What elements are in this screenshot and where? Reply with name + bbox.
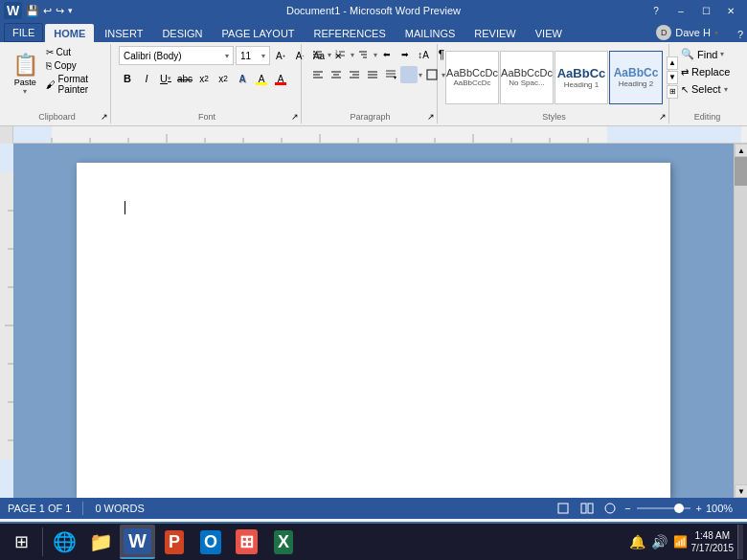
- ruler-corner[interactable]: [0, 126, 13, 144]
- web-layout-view-button[interactable]: [601, 501, 619, 516]
- scroll-thumb[interactable]: [735, 157, 747, 186]
- styles-expand-icon[interactable]: ↗: [659, 112, 667, 122]
- tab-references[interactable]: REFERENCES: [306, 24, 395, 42]
- format-painter-button[interactable]: 🖌 Format Painter: [44, 73, 104, 96]
- document-area[interactable]: [13, 144, 734, 498]
- line-spacing-button[interactable]: ▾: [382, 66, 399, 83]
- network-icon[interactable]: 📶: [673, 535, 688, 549]
- ribbon-help-icon[interactable]: ?: [737, 29, 743, 40]
- taskbar-word[interactable]: W: [120, 525, 155, 559]
- taskbar-ie[interactable]: 🌐: [47, 525, 81, 559]
- superscript-button[interactable]: x2: [215, 70, 232, 87]
- scroll-up-button[interactable]: ▲: [735, 144, 747, 157]
- font-family-selector[interactable]: Calibri (Body) ▾: [119, 46, 234, 65]
- taskbar-explorer[interactable]: 📁: [83, 525, 118, 559]
- font-expand-icon[interactable]: ↗: [291, 112, 299, 122]
- cut-button[interactable]: ✂ Cut: [44, 46, 104, 58]
- style-no-spacing[interactable]: AaBbCcDc No Spac...: [500, 51, 554, 104]
- highlight-button[interactable]: A: [253, 70, 270, 87]
- font-size-selector[interactable]: 11 ▾: [236, 46, 270, 65]
- minimize-button[interactable]: –: [668, 0, 693, 21]
- text-effects-button[interactable]: A: [234, 70, 251, 87]
- font-color-button[interactable]: A: [272, 70, 289, 87]
- paragraph-expand-icon[interactable]: ↗: [427, 112, 435, 122]
- taskbar-excel[interactable]: X: [266, 525, 301, 559]
- undo-icon[interactable]: ↩: [43, 5, 52, 17]
- system-clock[interactable]: 1:48 AM 7/17/2015: [691, 529, 735, 554]
- redo-icon[interactable]: ↪: [56, 5, 64, 17]
- volume-icon[interactable]: 🔊: [651, 534, 668, 549]
- strikethrough-button[interactable]: abc: [176, 70, 193, 87]
- paste-icon: 📋: [12, 53, 38, 78]
- user-area[interactable]: D Dave H ▾: [656, 25, 718, 40]
- tab-view[interactable]: VIEW: [527, 24, 571, 42]
- italic-button[interactable]: I: [138, 70, 155, 87]
- zoom-slider-track[interactable]: [635, 503, 692, 514]
- underline-dropdown-icon[interactable]: ▾: [168, 75, 171, 82]
- subscript-button[interactable]: x2: [195, 70, 213, 87]
- document-page[interactable]: [77, 163, 670, 498]
- borders-button[interactable]: [423, 66, 441, 83]
- quick-save-icon[interactable]: 💾: [26, 5, 39, 17]
- close-button[interactable]: ✕: [718, 0, 743, 21]
- restore-button[interactable]: ☐: [693, 0, 718, 21]
- copy-label: Copy: [54, 60, 76, 71]
- tab-design[interactable]: DESIGN: [153, 24, 211, 42]
- shading-dropdown-icon[interactable]: ▾: [419, 71, 422, 79]
- print-layout-view-button[interactable]: [555, 501, 573, 516]
- select-dropdown-icon[interactable]: ▾: [724, 85, 728, 94]
- notification-icon[interactable]: 🔔: [629, 534, 645, 549]
- multilevel-dropdown-icon[interactable]: ▾: [374, 51, 377, 59]
- underline-button[interactable]: U▾: [157, 70, 174, 87]
- clipboard-expand-icon[interactable]: ↗: [101, 112, 108, 122]
- align-right-button[interactable]: [346, 66, 363, 83]
- start-button[interactable]: ⊞: [4, 525, 38, 559]
- bullets-dropdown-icon[interactable]: ▾: [328, 51, 331, 59]
- align-center-button[interactable]: [328, 66, 345, 83]
- taskbar-office[interactable]: ⊞: [230, 525, 264, 559]
- select-button[interactable]: ↖ Select ▾: [677, 81, 734, 97]
- scroll-track[interactable]: [735, 157, 747, 484]
- paste-dropdown-icon[interactable]: ▾: [23, 87, 27, 96]
- justify-button[interactable]: [364, 66, 381, 83]
- paste-button[interactable]: 📋 Paste ▾: [10, 46, 40, 101]
- full-reading-view-button[interactable]: [578, 501, 596, 516]
- tab-page-layout[interactable]: PAGE LAYOUT: [214, 24, 304, 42]
- vertical-scrollbar[interactable]: ▲ ▼: [734, 144, 747, 498]
- show-desktop-button[interactable]: [737, 525, 743, 559]
- replace-button[interactable]: ⇄ Replace: [677, 64, 734, 79]
- zoom-out-button[interactable]: −: [624, 503, 630, 514]
- tab-mailings[interactable]: MAILINGS: [396, 24, 464, 42]
- bullets-button[interactable]: [309, 46, 327, 63]
- office-icon: ⊞: [236, 529, 258, 554]
- zoom-in-button[interactable]: +: [696, 503, 702, 514]
- sort-button[interactable]: ↕A: [415, 46, 432, 63]
- taskbar-powerpoint[interactable]: P: [157, 525, 192, 559]
- shading-button[interactable]: [400, 66, 418, 83]
- decrease-indent-button[interactable]: ⬅: [378, 46, 396, 63]
- style-heading1[interactable]: AaBbCc Heading 1: [555, 51, 608, 104]
- bold-button[interactable]: B: [119, 70, 136, 87]
- help-button[interactable]: ?: [644, 0, 668, 21]
- text-cursor: [124, 201, 125, 214]
- tab-file[interactable]: FILE: [4, 23, 43, 42]
- style-heading2[interactable]: AaBbCc Heading 2: [609, 51, 663, 104]
- multilevel-button[interactable]: [355, 46, 373, 63]
- style-normal[interactable]: AaBbCcDc AaBbCcDc: [445, 51, 499, 104]
- scroll-down-button[interactable]: ▼: [735, 484, 747, 498]
- increase-indent-button[interactable]: ➡: [396, 46, 414, 63]
- find-button[interactable]: 🔍 Find ▾: [677, 46, 734, 62]
- customize-icon[interactable]: ▾: [68, 6, 73, 15]
- numbering-dropdown-icon[interactable]: ▾: [351, 51, 354, 59]
- numbering-button[interactable]: 1.2.: [332, 46, 350, 63]
- zoom-level[interactable]: 100%: [706, 503, 739, 514]
- align-left-button[interactable]: [309, 66, 327, 83]
- font-grow-button[interactable]: A+: [272, 47, 289, 64]
- tab-home[interactable]: HOME: [45, 24, 94, 42]
- copy-button[interactable]: ⎘ Copy: [44, 59, 104, 72]
- tab-review[interactable]: REVIEW: [465, 24, 524, 42]
- user-dropdown-icon[interactable]: ▾: [714, 29, 718, 37]
- taskbar-outlook[interactable]: O: [193, 525, 228, 559]
- find-dropdown-icon[interactable]: ▾: [720, 50, 724, 58]
- tab-insert[interactable]: INSERT: [96, 24, 151, 42]
